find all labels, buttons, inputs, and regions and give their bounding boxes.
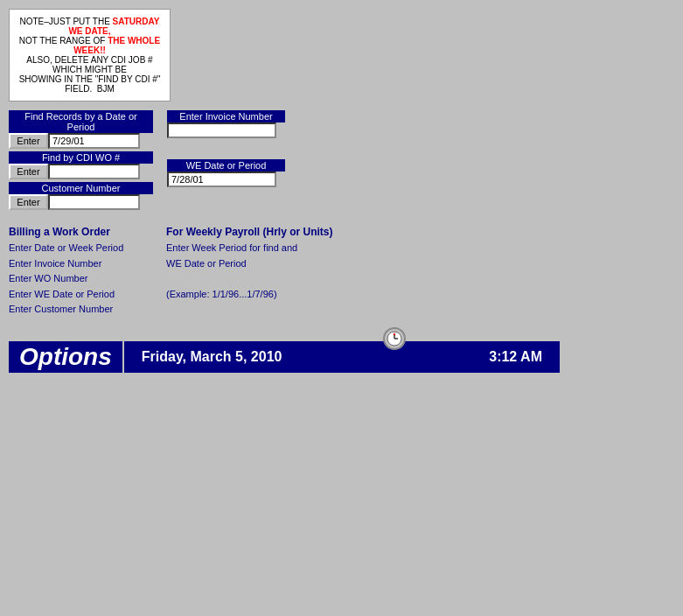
billing-item-4: Enter WE Date or Period: [9, 287, 149, 303]
note-line1: NOTE–JUST PUT THE SATURDAY WE DATE,: [17, 17, 163, 36]
billing-item-2: Enter Invoice Number: [9, 256, 149, 272]
we-date-input[interactable]: [167, 172, 276, 187]
note-line4: SHOWING IN THE "FIND BY CDI #" FIELD. BJ…: [17, 74, 163, 94]
time-display: 3:12 AM: [489, 349, 542, 365]
payroll-item-1: Enter Week Period for find and: [166, 241, 341, 256]
datetime-bar: Friday, March 5, 2010 3:12 AM: [124, 341, 560, 373]
payroll-item-2: WE Date or Period: [166, 256, 341, 272]
note-box: NOTE–JUST PUT THE SATURDAY WE DATE, NOT …: [9, 9, 171, 102]
billing-title: Billing a Work Order: [9, 226, 149, 238]
invoice-group: Enter Invoice Number: [167, 110, 285, 138]
invoice-input[interactable]: [167, 122, 276, 138]
note-line2: NOT THE RANGE OF THE WHOLE WEEK!!: [17, 36, 163, 55]
billing-item-5: Enter Customer Number: [9, 302, 149, 318]
customer-group: Customer Number Enter: [9, 182, 153, 210]
we-date-group: WE Date or Period: [167, 159, 285, 187]
date-period-header: Find Records by a Date or Period: [9, 110, 153, 133]
cdi-wo-group: Find by CDI WO # Enter: [9, 151, 153, 179]
payroll-example: (Example: 1/1/96...1/7/96): [166, 287, 341, 303]
date-display: Friday, March 5, 2010: [142, 349, 282, 365]
billing-instructions: Billing a Work Order Enter Date or Week …: [9, 226, 149, 318]
payroll-item-3: [166, 271, 341, 287]
enter-cdi-button[interactable]: Enter: [9, 164, 48, 179]
enter-customer-button[interactable]: Enter: [9, 194, 48, 210]
payroll-instructions: For Weekly Payroll (Hrly or Units) Enter…: [166, 226, 341, 318]
instructions-area: Billing a Work Order Enter Date or Week …: [9, 226, 674, 318]
invoice-header: Enter Invoice Number: [167, 110, 285, 122]
clock-icon: [383, 327, 406, 350]
date-period-group: Find Records by a Date or Period Enter: [9, 110, 153, 149]
date-input[interactable]: [48, 133, 140, 149]
options-label: Options: [9, 341, 122, 373]
billing-item-3: Enter WO Number: [9, 271, 149, 287]
enter-date-button[interactable]: Enter: [9, 133, 48, 149]
billing-item-1: Enter Date or Week Period: [9, 241, 149, 256]
customer-input[interactable]: [48, 194, 140, 210]
customer-header: Customer Number: [9, 182, 153, 194]
payroll-title: For Weekly Payroll (Hrly or Units): [166, 226, 341, 238]
cdi-wo-input[interactable]: [48, 164, 140, 179]
we-date-header: WE Date or Period: [167, 159, 285, 172]
note-line3: ALSO, DELETE ANY CDI JOB # WHICH MIGHT B…: [17, 55, 163, 74]
cdi-wo-header: Find by CDI WO #: [9, 151, 153, 164]
